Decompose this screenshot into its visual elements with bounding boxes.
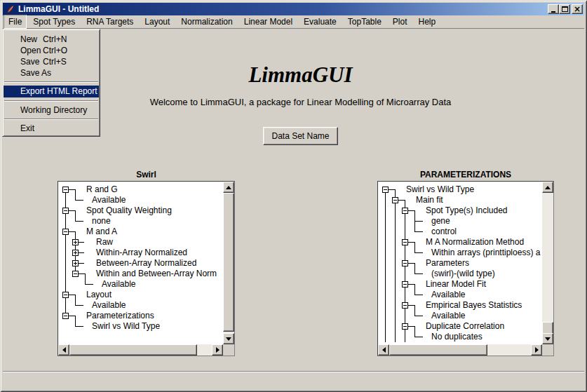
tree-node[interactable]: none (60, 216, 223, 227)
tree-expand-box[interactable] (382, 187, 389, 193)
menu-item-open[interactable]: OpenCtrl+O (3, 45, 100, 56)
tree-line (385, 311, 386, 321)
menu-item-working-directory[interactable]: Working Directory (3, 104, 100, 116)
menu-item-new[interactable]: NewCtrl+N (3, 34, 100, 45)
menubar-item-linear-model[interactable]: Linear Model (239, 15, 297, 29)
scroll-left-button[interactable] (378, 344, 389, 356)
tree-node[interactable]: gene (380, 216, 542, 227)
scrollbar-track[interactable] (389, 344, 531, 356)
menubar-item-evaluate[interactable]: Evaluate (299, 15, 342, 29)
menu-item-accelerator: Ctrl+S (43, 56, 67, 67)
scroll-up-button[interactable] (223, 182, 234, 193)
menu-item-save-as[interactable]: Save As (3, 67, 100, 79)
tree-expand-box[interactable] (62, 208, 69, 214)
maximize-button[interactable] (559, 4, 570, 14)
tree-node[interactable]: Duplicate Correlation (380, 321, 542, 332)
titlebar[interactable]: LimmaGUI - Untitled × (3, 3, 584, 15)
tree-expand-box[interactable] (72, 250, 79, 256)
tree-node[interactable]: Parameterizations (60, 311, 223, 321)
menubar-item-plot[interactable]: Plot (388, 15, 412, 29)
tree-node[interactable]: Available (60, 279, 223, 290)
tree-node[interactable]: No duplicates (380, 332, 542, 342)
menubar-item-layout[interactable]: Layout (140, 15, 175, 29)
scrollbar-thumb[interactable] (223, 193, 234, 332)
tree-node[interactable]: Available (60, 195, 223, 205)
tree-node[interactable]: Available (380, 311, 542, 321)
scrollbar-track[interactable] (69, 344, 212, 356)
tree-expand-box[interactable] (402, 281, 408, 288)
tree-expand-box[interactable] (402, 208, 408, 214)
tree-expand-box[interactable] (402, 302, 408, 309)
tree-node[interactable]: Spot Type(s) Included (380, 205, 542, 216)
menubar-item-rna-targets[interactable]: RNA Targets (81, 15, 138, 29)
tree-node[interactable]: Linear Model Fit (380, 279, 542, 290)
tree-expand-box[interactable] (62, 292, 69, 298)
tree-node[interactable]: M A Normalization Method (380, 237, 542, 248)
menubar-item-toptable[interactable]: TopTable (343, 15, 386, 29)
tree-node[interactable]: Parameters (380, 258, 542, 269)
tree-expand-box[interactable] (62, 313, 69, 319)
scroll-up-button[interactable] (542, 182, 553, 193)
scroll-down-button[interactable] (223, 333, 234, 344)
menu-item-save[interactable]: SaveCtrl+S (3, 56, 100, 67)
tree-node[interactable]: Between-Array Normalized (60, 258, 223, 269)
tree-line (65, 237, 66, 248)
tree-expand-box[interactable] (62, 187, 69, 193)
tree-expand-box[interactable] (72, 271, 79, 277)
tree-expand-box[interactable] (402, 239, 408, 245)
scroll-right-button[interactable] (212, 344, 223, 356)
scroll-left-button[interactable] (58, 344, 69, 356)
scrollbar-thumb[interactable] (389, 344, 487, 356)
tree-node[interactable]: Within-Array Normalized (60, 248, 223, 258)
minimize-button[interactable] (548, 4, 559, 14)
tree-node[interactable]: Swirl vs Wild Type (60, 321, 223, 332)
tree-expand-box[interactable] (62, 229, 69, 235)
menubar-item-normalization[interactable]: Normalization (176, 15, 237, 29)
tree-node[interactable]: Empirical Bayes Statistics (380, 300, 542, 311)
scroll-right-button[interactable] (531, 344, 542, 356)
tree-node[interactable]: R and G (60, 184, 223, 195)
treeview[interactable]: Swirl vs Wild TypeMain fitSpot Type(s) I… (378, 182, 542, 344)
scrollbar-thumb[interactable] (69, 344, 197, 356)
scrollbar-track[interactable] (542, 193, 553, 333)
tree-line (414, 242, 415, 248)
tree-node-label: control (431, 227, 457, 236)
tree-node[interactable]: Spot Quality Weighting (60, 205, 223, 216)
scrollbar-track[interactable] (223, 193, 234, 333)
menu-item-exit[interactable]: Exit (3, 123, 100, 134)
tree-node[interactable]: Raw (60, 237, 223, 248)
tree-node[interactable]: (swirl)-(wild type) (380, 269, 542, 279)
maximize-icon (562, 6, 568, 12)
tree-node[interactable]: Layout (60, 290, 223, 300)
tree-line (395, 248, 396, 258)
tree-node[interactable]: Available (380, 290, 542, 300)
minus-icon (403, 305, 407, 306)
tree-node[interactable]: Available (60, 300, 223, 311)
scroll-down-button[interactable] (542, 333, 553, 344)
menubar-item-spot-types[interactable]: Spot Types (28, 15, 80, 29)
tree-expand-box[interactable] (392, 197, 398, 203)
tree-node[interactable]: Within arrays (printtiploess) a (380, 248, 542, 258)
tree-line (65, 269, 66, 279)
tree-line (385, 205, 386, 216)
tree-expand-box[interactable] (402, 260, 408, 266)
tree-expand-box[interactable] (72, 239, 79, 245)
menubar-item-file[interactable]: File (4, 15, 27, 29)
tree-node[interactable]: M and A (60, 227, 223, 237)
tree-line (75, 210, 76, 216)
menu-item-export-html-report[interactable]: Export HTML Report (4, 86, 99, 97)
close-button[interactable]: × (572, 4, 583, 14)
tree-line (414, 295, 423, 295)
tree-node[interactable]: control (380, 227, 542, 237)
tree-panel-parameterizations: Swirl vs Wild TypeMain fitSpot Type(s) I… (377, 181, 554, 356)
tree-node[interactable]: Swirl vs Wild Type (380, 184, 542, 195)
menubar-item-help[interactable]: Help (414, 15, 441, 29)
data-set-name-button[interactable]: Data Set Name (263, 127, 337, 145)
tree-node[interactable]: Main fit (380, 195, 542, 205)
tree-line (75, 295, 76, 300)
tree-expand-box[interactable] (402, 323, 408, 330)
tree-node[interactable]: Within and Between-Array Norm (60, 269, 223, 279)
tree-expand-box[interactable] (72, 260, 79, 266)
treeview[interactable]: R and GAvailableSpot Quality Weightingno… (58, 182, 223, 344)
tree-node-label: Available (92, 301, 126, 310)
